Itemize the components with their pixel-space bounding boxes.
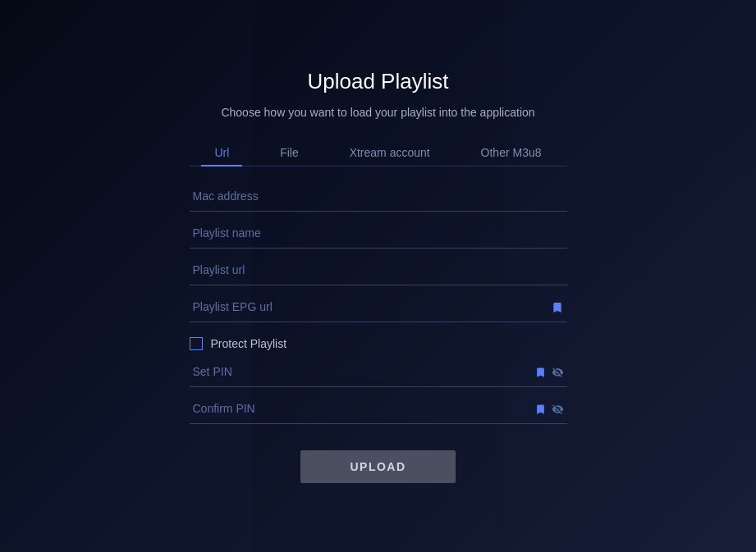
confirm-pin-group: [190, 394, 567, 424]
upload-button[interactable]: UPLOAD: [300, 450, 455, 483]
protect-playlist-checkbox[interactable]: [190, 337, 203, 350]
epg-bookmark-icon[interactable]: [551, 301, 564, 314]
tab-xtream-account[interactable]: Xtream account: [337, 139, 443, 166]
set-pin-bookmark-icon[interactable]: [534, 366, 547, 378]
tab-other-m3u8[interactable]: Other M3u8: [468, 139, 555, 166]
protect-playlist-label: Protect Playlist: [211, 337, 287, 350]
playlist-name-group: [190, 218, 567, 249]
set-pin-group: [190, 357, 567, 387]
tab-url[interactable]: Url: [201, 139, 242, 166]
playlist-epg-url-wrapper: [190, 292, 567, 322]
playlist-url-input[interactable]: [190, 255, 567, 285]
confirm-pin-eye-off-icon[interactable]: [552, 403, 564, 415]
confirm-pin-input[interactable]: [190, 394, 567, 424]
tab-file[interactable]: File: [267, 139, 312, 166]
confirm-pin-bookmark-icon[interactable]: [534, 403, 547, 415]
playlist-name-input[interactable]: [190, 218, 567, 249]
mac-address-wrapper: [190, 181, 567, 212]
confirm-pin-icons: [534, 403, 564, 415]
dialog-title: Upload Playlist: [308, 69, 449, 94]
dialog-subtitle: Choose how you want to load your playlis…: [221, 104, 534, 121]
set-pin-icons: [534, 366, 564, 378]
protect-playlist-row: Protect Playlist: [190, 337, 567, 350]
mac-address-group: [190, 181, 567, 212]
set-pin-eye-off-icon[interactable]: [552, 366, 564, 378]
tab-bar: Url File Xtream account Other M3u8: [190, 139, 567, 167]
playlist-url-group: [190, 255, 567, 285]
playlist-epg-url-group: [190, 292, 567, 322]
mac-address-input[interactable]: [190, 181, 567, 212]
playlist-url-wrapper: [190, 255, 567, 285]
set-pin-wrapper: [190, 357, 567, 387]
confirm-pin-wrapper: [190, 394, 567, 424]
set-pin-input[interactable]: [190, 357, 567, 387]
upload-playlist-dialog: Upload Playlist Choose how you want to l…: [190, 69, 567, 483]
bookmark-icon: [551, 301, 564, 314]
playlist-name-wrapper: [190, 218, 567, 249]
playlist-epg-url-input[interactable]: [190, 292, 567, 322]
